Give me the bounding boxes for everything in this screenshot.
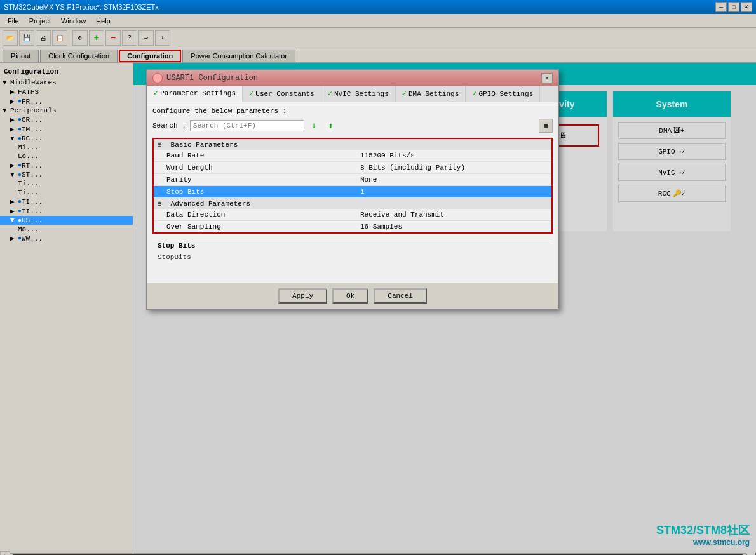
sidebar-scroll[interactable]: Configuration ▼ MiddleWares ▶ FATFS ▶ ● … (0, 65, 133, 551)
expand-middlewares[interactable]: ▼ (3, 79, 10, 86)
search-input[interactable] (190, 120, 304, 131)
menu-bar: File Project Window Help (0, 14, 756, 28)
tab-clock[interactable]: Clock Configuration (40, 50, 118, 62)
nvic-check-icon: ✓ (328, 89, 332, 98)
maximize-button[interactable]: □ (728, 2, 739, 12)
ok-button[interactable]: Ok (332, 288, 368, 304)
toolbar-remove[interactable]: − (105, 30, 121, 46)
menu-project[interactable]: Project (24, 16, 56, 26)
menu-help[interactable]: Help (91, 16, 116, 26)
baud-rate-row[interactable]: Baud Rate 115200 Bits/s (153, 150, 552, 162)
scroll-left-button[interactable]: ◀ (0, 551, 10, 556)
expand-freertos[interactable]: ▶ (10, 97, 18, 105)
title-text: STM32CubeMX YS-F1Pro.ioc*: STM32F103ZETx (4, 3, 159, 11)
expand-tim3[interactable]: ▶ (10, 197, 18, 206)
parity-row[interactable]: Parity None (153, 174, 552, 186)
modal-tab-nvic[interactable]: ✓ NVIC Settings (321, 86, 396, 102)
over-sampling-value: 16 Samples (353, 221, 552, 234)
minimize-button[interactable]: ─ (715, 2, 727, 12)
modal-close-button[interactable]: ✕ (541, 73, 553, 83)
dma-check-icon2: ✓ (402, 89, 407, 98)
over-sampling-row[interactable]: Over Sampling 16 Samples (153, 221, 552, 234)
advanced-section-toggle[interactable]: ⊟ (158, 199, 166, 208)
sidebar-item-crc[interactable]: ▶ ● CR... (0, 115, 133, 124)
modal-tab-gpio[interactable]: ✓ GPIO Settings (466, 86, 540, 102)
stop-bits-value: 1 (353, 186, 552, 198)
close-button[interactable]: ✕ (741, 2, 752, 12)
sidebar-item-i2c[interactable]: ▶ ● IM... (0, 124, 133, 134)
expand-tim4[interactable]: ▶ (10, 207, 18, 215)
toolbar-down[interactable]: ⬇ (155, 30, 170, 46)
cancel-button[interactable]: Cancel (374, 288, 427, 304)
toolbar-copy[interactable]: 📋 (52, 30, 67, 46)
expand-peripherals[interactable]: ▼ (3, 107, 10, 114)
modal-tab-dma[interactable]: ✓ DMA Settings (396, 86, 466, 102)
sidebar-item-wwdg[interactable]: ▶ ● WW... (0, 234, 133, 243)
config-label: Configuration (0, 65, 133, 78)
sidebar-item-usart1[interactable]: ▼ ● US... (0, 216, 133, 225)
sidebar-item-spi[interactable]: ▼ ● ST... (0, 170, 133, 179)
search-down-icon[interactable]: ⬇ (308, 119, 321, 132)
sidebar-item-middlewares[interactable]: ▼ MiddleWares (0, 78, 133, 87)
param-check-icon: ✓ (154, 88, 158, 98)
toolbar-add[interactable]: + (89, 30, 104, 46)
tabs-bar: Pinout Clock Configuration Configuration… (0, 48, 756, 63)
sidebar-item-freertos[interactable]: ▶ ● FR... (0, 97, 133, 106)
modal-buttons: Apply Ok Cancel (147, 283, 558, 309)
toolbar-help[interactable]: ? (122, 30, 137, 46)
search-bar: Search : ⬇ ⬆ ▦ (152, 119, 553, 133)
sidebar-item-tim3[interactable]: ▶ ● TI... (0, 197, 133, 206)
modal-tab-user-constants[interactable]: ✓ User Constants (243, 86, 321, 102)
modal-title-bar: USART1 Configuration ✕ (147, 70, 558, 86)
modal-title-text: USART1 Configuration (166, 74, 258, 83)
word-length-name: Word Length (153, 162, 353, 174)
sidebar-item-rtc[interactable]: ▶ ● RT... (0, 161, 133, 170)
basic-section-toggle[interactable]: ⊟ (158, 140, 166, 149)
sidebar-item-tim4[interactable]: ▶ ● TI... (0, 206, 133, 216)
toolbar-settings[interactable]: ⚙ (72, 30, 88, 46)
modal-tab-parameter[interactable]: ✓ Parameter Settings (147, 86, 243, 102)
menu-file[interactable]: File (3, 16, 24, 26)
footer-param-label: Stop Bits (152, 239, 553, 252)
sidebar-item-spi-ti2[interactable]: Ti... (0, 188, 133, 197)
word-length-row[interactable]: Word Length 8 Bits (including Parity) (153, 162, 552, 174)
expand-usart1[interactable]: ▼ (10, 217, 18, 224)
apply-button[interactable]: Apply (278, 288, 327, 304)
toolbar-undo[interactable]: ↩ (138, 30, 154, 46)
toolbar: 📂 💾 🖨 📋 ⚙ + − ? ↩ ⬇ (0, 28, 756, 48)
advanced-params-header-row: ⊟ Advanced Parameters (153, 198, 552, 210)
expand-i2c[interactable]: ▶ (10, 125, 18, 133)
menu-window[interactable]: Window (56, 16, 91, 26)
stop-bits-row[interactable]: Stop Bits 1 (153, 186, 552, 198)
tab-pinout[interactable]: Pinout (3, 50, 39, 62)
modal-description: Configure the below parameters : (152, 107, 553, 115)
modal-description-area: Stop Bits StopBits (152, 239, 553, 283)
tab-configuration[interactable]: Configuration (119, 50, 181, 62)
tab-power[interactable]: Power Consumption Calculator (182, 50, 295, 62)
sidebar-item-rcc[interactable]: ▼ ● RC... (0, 134, 133, 143)
window-title: STM32CubeMX YS-F1Pro.ioc*: STM32F103ZETx (4, 3, 159, 11)
sidebar-item-rcc-lo[interactable]: Lo... (0, 152, 133, 161)
modal-body: Configure the below parameters : Search … (147, 102, 558, 239)
toolbar-print[interactable]: 🖨 (36, 30, 51, 46)
expand-fatfs[interactable]: ▶ (10, 88, 18, 96)
expand-rcc[interactable]: ▼ (10, 135, 18, 142)
expand-rtc[interactable]: ▶ (10, 161, 18, 170)
expand-wwdg[interactable]: ▶ (10, 234, 18, 243)
search-up-icon[interactable]: ⬆ (325, 119, 337, 132)
expand-crc[interactable]: ▶ (10, 116, 18, 124)
parity-name: Parity (153, 174, 353, 186)
basic-params-header-row: ⊟ Basic Parameters (153, 138, 552, 150)
sidebar-item-fatfs[interactable]: ▶ FATFS (0, 87, 133, 97)
expand-spi[interactable]: ▼ (10, 171, 18, 178)
toolbar-save[interactable]: 💾 (19, 30, 34, 46)
grid-view-button[interactable]: ▦ (539, 119, 553, 133)
user-tab-label: User Constants (255, 90, 314, 98)
data-direction-row[interactable]: Data Direction Receive and Transmit (153, 209, 552, 221)
right-area: Connectivity USART1 🖥 System DMA 🖼+ (133, 63, 756, 553)
sidebar-item-rcc-mid[interactable]: Mi... (0, 143, 133, 152)
sidebar-item-spi-ti[interactable]: Ti... (0, 179, 133, 188)
toolbar-open[interactable]: 📂 (3, 30, 18, 46)
sidebar-item-usart1-mo[interactable]: Mo... (0, 225, 133, 234)
sidebar-item-peripherals[interactable]: ▼ Peripherals (0, 106, 133, 115)
